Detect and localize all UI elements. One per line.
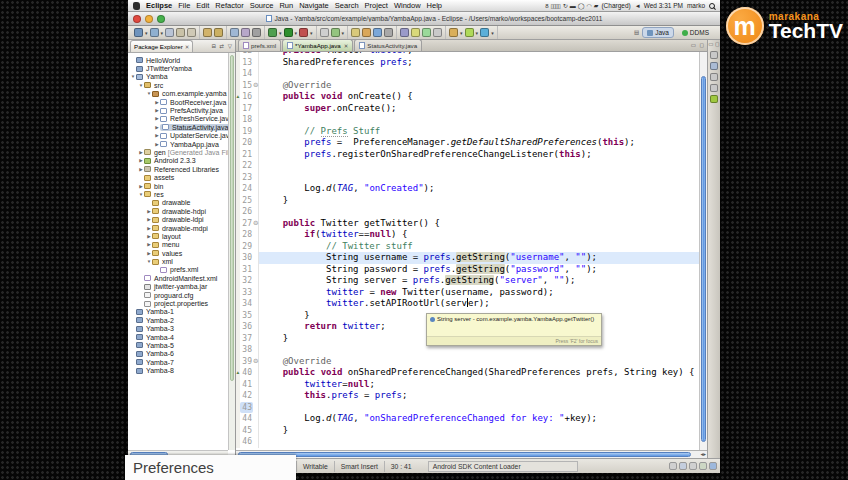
editor-tab-yambaapp-java[interactable]: *YambaApp.java✕ (282, 39, 353, 51)
tree-item-layout[interactable]: ▶layout (130, 232, 235, 240)
minimized-view-icon[interactable] (710, 62, 718, 70)
perspective-java[interactable]: Java (642, 27, 674, 38)
code-line-26[interactable]: 26 (236, 206, 699, 218)
battery-menu-icon[interactable]: ▰ (594, 2, 598, 9)
editor-tab-statusactivity-java[interactable]: StatusActivity.java (354, 39, 422, 51)
menu-refactor[interactable]: Refactor (215, 1, 243, 10)
code-line-44[interactable]: 44 Log.d(TAG, "onSharedPreferenceChanged… (236, 413, 699, 425)
menu-window[interactable]: Window (394, 1, 421, 10)
tree-item-yamba-7[interactable]: Yamba-7 (130, 358, 235, 366)
tree-item-yamba-8[interactable]: Yamba-8 (130, 366, 235, 374)
code-line-43[interactable]: 43 (236, 402, 699, 414)
menu-project[interactable]: Project (365, 1, 388, 10)
tree-item-yamba-4[interactable]: Yamba-4 (130, 333, 235, 341)
toolbar-button[interactable] (214, 28, 223, 37)
toolbar-button[interactable] (362, 28, 371, 37)
menu-file[interactable]: File (178, 1, 190, 10)
toolbar-button[interactable] (165, 28, 174, 37)
dropdown-arrow-icon[interactable]: ▾ (279, 30, 282, 36)
toolbar-button[interactable] (400, 28, 409, 37)
tree-item-drawable-ldpi[interactable]: ▶drawable-ldpi (130, 215, 235, 223)
scroll-arrows[interactable]: ◂▸ (700, 451, 706, 457)
code-line-31[interactable]: 31 String password = prefs.getString("pa… (236, 264, 699, 276)
tree-item-drawable-hdpi[interactable]: ▶drawable-hdpi (130, 207, 235, 215)
code-line-34[interactable]: 34 twitter.setAPIRootUrl(server); (236, 298, 699, 310)
tree-item-assets[interactable]: assets (130, 173, 235, 181)
code-line-24[interactable]: 24 Log.d(TAG, "onCreated"); (236, 183, 699, 195)
close-window-button[interactable] (133, 15, 141, 23)
dropdown-arrow-icon[interactable]: ▾ (460, 30, 463, 36)
toolbar-button[interactable] (331, 28, 340, 37)
statusbar-icon[interactable] (689, 462, 697, 470)
editor-tab-prefs-xml[interactable]: prefs.xml (238, 39, 281, 51)
code-line-16[interactable]: ▴16 public void onCreate() { (236, 91, 699, 103)
code-line-25[interactable]: 25 } (236, 195, 699, 207)
statusbar-icon[interactable] (709, 462, 717, 470)
tree-item-androidmanifest-xml[interactable]: AndroidManifest.xml (130, 274, 235, 282)
tree-item-jtwitter-yamba-jar[interactable]: jtwitter-yamba.jar (130, 283, 235, 291)
code-editor[interactable]: 12 private Twitter twitter;13 SharedPref… (236, 52, 707, 450)
code-line-23[interactable]: 23 (236, 172, 699, 184)
code-line-13[interactable]: 13 SharedPreferences prefs; (236, 57, 699, 69)
toolbar-button[interactable] (187, 28, 196, 37)
toolbar-button[interactable] (449, 28, 458, 37)
perspective-ddms[interactable]: DDMS (677, 27, 714, 38)
tree-item-android-2-3-3[interactable]: ▶Android 2.3.3 (130, 157, 235, 165)
code-line-15[interactable]: 15⊖ @Override (236, 80, 699, 92)
minimized-view-icon[interactable] (710, 84, 718, 92)
code-line-39[interactable]: 39⊖ @Override (236, 356, 699, 368)
menu-source[interactable]: Source (250, 1, 274, 10)
tree-item-yamba-3[interactable]: Yamba-3 (130, 325, 235, 333)
menu-navigate[interactable]: Navigate (299, 1, 329, 10)
minimize-maximize-icons[interactable]: ▭ ◻ (691, 42, 705, 48)
tree-item-bin[interactable]: ▶bin (130, 182, 235, 190)
toolbar-button[interactable] (480, 28, 489, 37)
battery-meter-icons[interactable]: ▯▯▯▯ (551, 2, 560, 9)
toolbar-button[interactable] (465, 28, 474, 37)
toolbar-button[interactable] (150, 28, 159, 37)
tree-item-jtwitteryamba[interactable]: JTwitterYamba (130, 64, 235, 72)
tree-vertical-scrollbar[interactable] (228, 53, 235, 450)
tree-item-prefsactivity-java[interactable]: ▶PrefsActivity.java (130, 106, 235, 114)
code-line-41[interactable]: 41 twitter=null; (236, 379, 699, 391)
tree-item-updaterservice-java[interactable]: ▶UpdaterService.java (130, 132, 235, 140)
menu-eclipse[interactable]: Eclipse (146, 1, 172, 10)
tree-item-yamba-5[interactable]: Yamba-5 (130, 341, 235, 349)
toolbar-button[interactable] (384, 28, 393, 37)
menu-user[interactable]: marko (687, 2, 705, 9)
scroll-thumb[interactable] (701, 76, 706, 442)
tree-item-com-example-yamba[interactable]: ▼com.example.yamba (130, 90, 235, 98)
wifi-menu-icon[interactable]: ◠ (587, 2, 591, 9)
dropdown-arrow-icon[interactable]: ▾ (295, 30, 298, 36)
toolbar-button[interactable] (203, 28, 212, 37)
toolbar-button[interactable] (134, 28, 143, 37)
statusbar-icon[interactable] (679, 462, 687, 470)
toolbar-button[interactable] (351, 28, 360, 37)
tree-item-prefs-xml[interactable]: prefs.xml (130, 266, 235, 274)
tree-item-drawable[interactable]: drawable (130, 199, 235, 207)
code-line-21[interactable]: 21 prefs.registerOnSharedPreferenceChang… (236, 149, 699, 161)
dropdown-arrow-icon[interactable]: ▾ (310, 30, 313, 36)
toolbar-button[interactable] (241, 28, 250, 37)
dropdown-arrow-icon[interactable]: ▾ (342, 30, 345, 36)
code-line-42[interactable]: 42 this.prefs = prefs; (236, 390, 699, 402)
code-line-17[interactable]: 17 super.onCreate(); (236, 103, 699, 115)
tree-item-bootreceiver-java[interactable]: ▶BootReceiver.java (130, 98, 235, 106)
close-icon[interactable]: ✕ (185, 44, 190, 50)
editor-horizontal-scrollbar[interactable]: ◂▸ (236, 450, 707, 458)
menu-run[interactable]: Run (279, 1, 293, 10)
tree-item-yamba[interactable]: ▼Yamba (130, 73, 235, 81)
display-menu-icon[interactable]: ▬ (570, 3, 575, 9)
code-line-28[interactable]: 28 if(twitter==null) { (236, 229, 699, 241)
editor-vertical-scrollbar[interactable] (699, 52, 707, 450)
tree-item-referenced-libraries[interactable]: ▶Referenced Libraries (130, 165, 235, 173)
volume-icon[interactable]: ◄ (635, 3, 640, 9)
dropdown-arrow-icon[interactable]: ▾ (491, 30, 494, 36)
scroll-thumb[interactable] (230, 55, 234, 381)
tree-item-values[interactable]: ▶values (130, 249, 235, 257)
tree-item-xml[interactable]: ▼xml (130, 257, 235, 265)
toolbar-button[interactable] (373, 28, 382, 37)
tree-item-refreshservice-java[interactable]: ▶RefreshService.java (130, 115, 235, 123)
toolbar-button[interactable] (433, 28, 442, 37)
restore-icon[interactable]: ▭ ◻ (708, 42, 719, 48)
